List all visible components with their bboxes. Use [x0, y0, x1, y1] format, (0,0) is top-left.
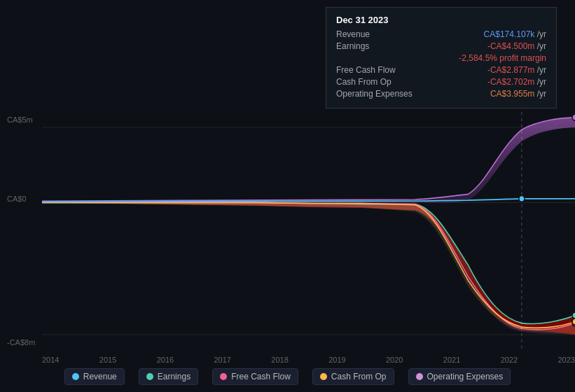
x-label-2015: 2015 [99, 356, 116, 364]
legend-label-cashfromop: Cash From Op [331, 372, 387, 382]
tooltip-row-profit-margin: -2,584.5% profit margin [336, 53, 546, 63]
legend-dot-fcf [220, 373, 227, 380]
svg-point-7 [572, 318, 575, 325]
chart-svg [42, 112, 575, 350]
y-label-mid: CA$0 [7, 195, 27, 203]
data-tooltip: Dec 31 2023 Revenue CA$174.107k /yr Earn… [326, 7, 557, 108]
legend-dot-cashfromop [320, 373, 327, 380]
x-label-2020: 2020 [386, 356, 403, 364]
legend-fcf[interactable]: Free Cash Flow [212, 368, 298, 385]
legend-cashfromop[interactable]: Cash From Op [312, 368, 394, 385]
chart-area: CA$5m CA$0 -CA$8m [0, 112, 575, 350]
tooltip-row-opex: Operating Expenses CA$3.955m /yr [336, 89, 546, 99]
tooltip-row-revenue: Revenue CA$174.107k /yr [336, 29, 546, 39]
tooltip-row-earnings: Earnings -CA$4.500m /yr [336, 41, 546, 51]
x-label-2023: 2023 [557, 356, 574, 364]
x-label-2021: 2021 [443, 356, 460, 364]
y-label-bot: -CA$8m [7, 338, 35, 346]
legend-earnings[interactable]: Earnings [139, 368, 198, 385]
legend-dot-opex [416, 373, 423, 380]
svg-point-5 [572, 312, 575, 318]
x-label-2016: 2016 [157, 356, 174, 364]
legend-label-opex: Operating Expenses [427, 372, 504, 382]
legend-dot-earnings [146, 373, 153, 380]
legend-label-revenue: Revenue [83, 372, 117, 382]
legend-label-fcf: Free Cash Flow [231, 372, 291, 382]
tooltip-date: Dec 31 2023 [336, 15, 546, 25]
legend-dot-revenue [72, 373, 79, 380]
svg-point-8 [572, 114, 575, 120]
x-label-2022: 2022 [501, 356, 518, 364]
tooltip-row-fcf: Free Cash Flow -CA$2.877m /yr [336, 65, 546, 75]
y-label-top: CA$5m [7, 115, 33, 124]
legend-revenue[interactable]: Revenue [64, 368, 125, 385]
x-label-2014: 2014 [42, 356, 59, 364]
legend-label-earnings: Earnings [158, 372, 190, 382]
x-label-2017: 2017 [214, 356, 230, 364]
x-axis: 2014 2015 2016 2017 2018 2019 2020 2021 … [42, 356, 575, 364]
x-label-2018: 2018 [271, 356, 288, 364]
svg-point-4 [519, 196, 525, 202]
tooltip-row-cashfromop: Cash From Op -CA$2.702m /yr [336, 77, 546, 87]
x-label-2019: 2019 [328, 356, 345, 364]
chart-legend: Revenue Earnings Free Cash Flow Cash Fro… [0, 368, 575, 385]
legend-opex[interactable]: Operating Expenses [408, 368, 511, 385]
